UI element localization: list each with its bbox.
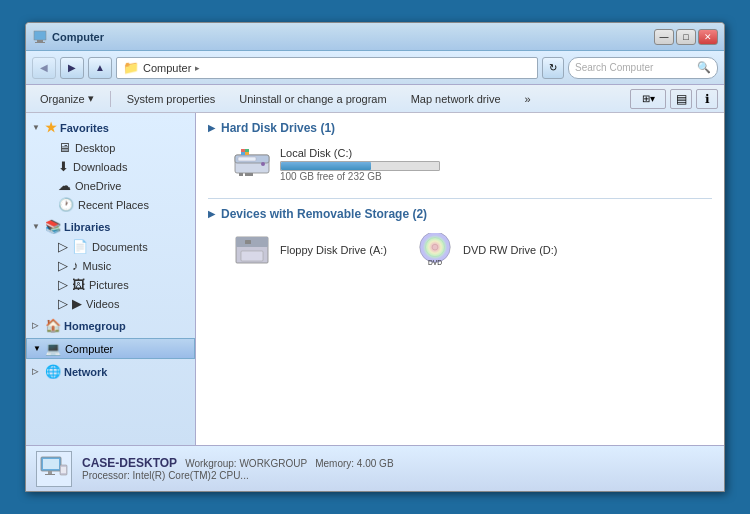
homegroup-section: ▷ 🏠 Homegroup: [26, 315, 195, 336]
local-disk-info: Local Disk (C:) 100 GB free of 232 GB: [280, 147, 504, 182]
svg-rect-16: [241, 251, 263, 261]
sidebar-item-music[interactable]: ▷ ♪ Music: [26, 256, 195, 275]
libraries-section: ▼ 📚 Libraries ▷ 📄 Documents ▷ ♪ Music ▷ …: [26, 216, 195, 313]
videos-expand-icon: ▷: [58, 296, 68, 311]
preview-pane-button[interactable]: ▤: [670, 89, 692, 109]
downloads-icon: ⬇: [58, 159, 69, 174]
svg-rect-8: [238, 157, 256, 161]
svg-rect-7: [245, 173, 253, 176]
floppy-drive-info: Floppy Disk Drive (A:): [280, 244, 387, 256]
content-panel: Hard Disk Drives (1): [196, 113, 724, 445]
svg-rect-0: [34, 31, 46, 40]
svg-rect-24: [43, 459, 59, 469]
svg-marker-11: [245, 149, 249, 152]
status-info: CASE-DESKTOP Workgroup: WORKGROUP Memory…: [82, 456, 714, 481]
organize-button[interactable]: Organize ▾: [32, 88, 102, 110]
dvd-drive-icon: DVD: [415, 233, 455, 267]
up-button[interactable]: ▲: [88, 57, 112, 79]
floppy-drive-item[interactable]: Floppy Disk Drive (A:): [228, 229, 391, 271]
hard-disk-drives-grid: Local Disk (C:) 100 GB free of 232 GB: [208, 143, 712, 186]
sidebar-computer-label: Computer: [65, 343, 113, 355]
local-disk-progress-container: [280, 161, 440, 171]
sidebar-desktop-label: Desktop: [75, 142, 115, 154]
organize-dropdown-icon: ▾: [88, 92, 94, 105]
more-toolbar-button[interactable]: »: [517, 88, 539, 110]
svg-rect-1: [37, 40, 43, 42]
dvd-drive-item[interactable]: DVD DVD RW Drive (D:): [411, 229, 562, 271]
search-box[interactable]: Search Computer 🔍: [568, 57, 718, 79]
pictures-icon: 🖼: [72, 277, 85, 292]
path-arrow: ▸: [195, 63, 200, 73]
title-bar-left: Computer: [32, 29, 104, 45]
network-header[interactable]: ▷ 🌐 Network: [26, 361, 195, 382]
sidebar-item-pictures[interactable]: ▷ 🖼 Pictures: [26, 275, 195, 294]
system-properties-button[interactable]: System properties: [119, 88, 224, 110]
homegroup-icon: 🏠: [45, 318, 61, 333]
sidebar-item-videos[interactable]: ▷ ▶ Videos: [26, 294, 195, 313]
sidebar-item-computer[interactable]: ▼ 💻 Computer: [26, 338, 195, 359]
recent-places-icon: 🕐: [58, 197, 74, 212]
sidebar-item-onedrive[interactable]: ☁ OneDrive: [26, 176, 195, 195]
network-section: ▷ 🌐 Network: [26, 361, 195, 382]
music-expand-icon: ▷: [58, 258, 68, 273]
explorer-window: Computer — □ ✕ ◀ ▶ ▲ 📁 Computer ▸ ↻ Sear…: [25, 22, 725, 492]
refresh-button[interactable]: ↻: [542, 57, 564, 79]
map-network-label: Map network drive: [411, 93, 501, 105]
change-view-button[interactable]: ⊞▾: [630, 89, 666, 109]
minimize-button[interactable]: —: [654, 29, 674, 45]
onedrive-icon: ☁: [58, 178, 71, 193]
status-pc-icon: [40, 455, 68, 483]
section-divider: [208, 198, 712, 199]
status-bar: CASE-DESKTOP Workgroup: WORKGROUP Memory…: [26, 445, 724, 491]
favorites-header[interactable]: ▼ ★ Favorites: [26, 117, 195, 138]
svg-rect-2: [35, 42, 45, 43]
sidebar-item-recent-places[interactable]: 🕐 Recent Places: [26, 195, 195, 214]
computer-title-icon: [32, 29, 48, 45]
organize-label: Organize: [40, 93, 85, 105]
folder-icon: 📁: [123, 60, 139, 75]
svg-rect-15: [236, 237, 268, 247]
sidebar-documents-label: Documents: [92, 241, 148, 253]
hdd-icon-container: [232, 147, 272, 181]
status-pc-icon-container: [36, 451, 72, 487]
documents-expand-icon: ▷: [58, 239, 68, 254]
map-network-button[interactable]: Map network drive: [403, 88, 509, 110]
address-path[interactable]: 📁 Computer ▸: [116, 57, 538, 79]
uninstall-button[interactable]: Uninstall or change a program: [231, 88, 394, 110]
sidebar-item-documents[interactable]: ▷ 📄 Documents: [26, 237, 195, 256]
title-bar: Computer — □ ✕: [26, 23, 724, 51]
search-icon: 🔍: [697, 61, 711, 74]
back-button[interactable]: ◀: [32, 57, 56, 79]
forward-button[interactable]: ▶: [60, 57, 84, 79]
homegroup-header[interactable]: ▷ 🏠 Homegroup: [26, 315, 195, 336]
svg-point-5: [261, 162, 265, 166]
floppy-icon-container: [232, 233, 272, 267]
computer-name: CASE-DESKTOP: [82, 456, 177, 470]
sidebar-music-label: Music: [83, 260, 112, 272]
status-workgroup: Workgroup: WORKGROUP: [185, 458, 307, 469]
close-button[interactable]: ✕: [698, 29, 718, 45]
toolbar: Organize ▾ System properties Uninstall o…: [26, 85, 724, 113]
svg-marker-12: [241, 152, 245, 155]
computer-icon: 💻: [45, 341, 61, 356]
favorites-section: ▼ ★ Favorites 🖥 Desktop ⬇ Downloads ☁ On…: [26, 117, 195, 214]
details-pane-button[interactable]: ℹ: [696, 89, 718, 109]
homegroup-expand-icon: ▷: [32, 321, 42, 330]
floppy-disk-icon: [233, 233, 271, 267]
more-toolbar-label: »: [525, 93, 531, 105]
sidebar-onedrive-label: OneDrive: [75, 180, 121, 192]
sidebar-item-downloads[interactable]: ⬇ Downloads: [26, 157, 195, 176]
local-disk-space: 100 GB free of 232 GB: [280, 171, 504, 182]
svg-rect-26: [45, 474, 55, 475]
sidebar: ▼ ★ Favorites 🖥 Desktop ⬇ Downloads ☁ On…: [26, 113, 196, 445]
local-disk-item[interactable]: Local Disk (C:) 100 GB free of 232 GB: [228, 143, 508, 186]
favorites-label: Favorites: [60, 122, 109, 134]
removable-devices-grid: Floppy Disk Drive (A:): [208, 229, 712, 271]
svg-rect-28: [61, 467, 66, 473]
sidebar-item-desktop[interactable]: 🖥 Desktop: [26, 138, 195, 157]
homegroup-label: Homegroup: [64, 320, 126, 332]
favorites-star-icon: ★: [45, 120, 57, 135]
libraries-header[interactable]: ▼ 📚 Libraries: [26, 216, 195, 237]
svg-text:DVD: DVD: [428, 259, 442, 266]
maximize-button[interactable]: □: [676, 29, 696, 45]
